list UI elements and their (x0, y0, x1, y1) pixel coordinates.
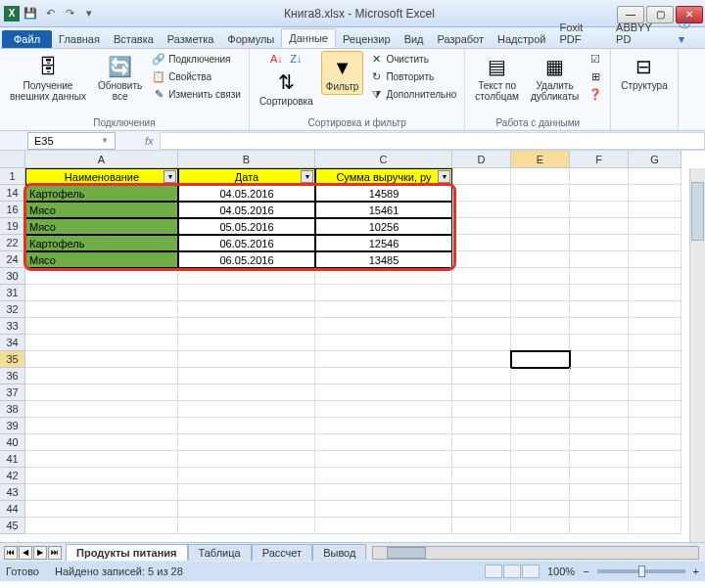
tab-formulas[interactable]: Формулы (220, 30, 281, 48)
sheet-tab-3[interactable]: Вывод (312, 544, 366, 561)
column-header-D[interactable]: D (452, 151, 511, 168)
help-icon[interactable]: ⓘ ▾ (671, 14, 705, 48)
cell[interactable] (178, 451, 315, 468)
zoom-in-button[interactable]: + (693, 565, 699, 577)
row-header[interactable]: 37 (0, 384, 25, 401)
cell[interactable] (511, 301, 570, 318)
row-header[interactable]: 1 (0, 168, 25, 185)
cell[interactable] (315, 285, 452, 301)
cell[interactable] (452, 318, 511, 335)
cell[interactable] (25, 285, 178, 301)
remove-duplicates-button[interactable]: ▦ Удалить дубликаты (527, 51, 583, 104)
cell[interactable] (315, 384, 452, 401)
qat-more-icon[interactable]: ▾ (80, 5, 98, 23)
row-header[interactable]: 34 (0, 335, 25, 351)
refresh-all-button[interactable]: 🔄 Обновить все (94, 51, 146, 104)
cell[interactable] (452, 168, 511, 185)
cell[interactable] (315, 268, 452, 285)
cell[interactable] (629, 434, 682, 451)
cell[interactable]: Картофель (25, 185, 178, 202)
row-header[interactable]: 16 (0, 202, 25, 218)
cell[interactable] (511, 518, 570, 534)
cell[interactable] (570, 468, 629, 484)
cell[interactable] (178, 401, 315, 418)
fx-icon[interactable]: fx (145, 135, 154, 147)
tab-review[interactable]: Рецензир (336, 30, 398, 48)
cell[interactable] (570, 368, 629, 384)
cell[interactable] (315, 368, 452, 384)
cell[interactable] (452, 351, 511, 368)
cell[interactable] (25, 518, 178, 534)
edit-links-button[interactable]: ✎Изменить связи (150, 86, 243, 102)
name-box[interactable]: E35▼ (27, 132, 116, 150)
cell[interactable]: Наименование▾ (25, 168, 178, 185)
cell[interactable]: 12546 (315, 235, 452, 251)
cell[interactable]: Мясо (25, 202, 178, 218)
cell[interactable] (570, 285, 629, 301)
cell[interactable] (452, 235, 511, 251)
cell[interactable] (629, 368, 682, 384)
cell[interactable] (570, 235, 629, 251)
cell[interactable] (452, 185, 511, 202)
save-icon[interactable]: 💾 (22, 5, 39, 23)
cell[interactable] (315, 518, 452, 534)
vertical-scrollbar[interactable] (689, 168, 705, 542)
cell[interactable] (629, 218, 682, 235)
spreadsheet-grid[interactable]: ABCDEFG 1Наименование▾Дата▾Сумма выручки… (0, 151, 705, 542)
cell[interactable] (570, 185, 629, 202)
row-header[interactable]: 45 (0, 518, 25, 534)
cell[interactable] (315, 468, 452, 484)
cell[interactable] (570, 384, 629, 401)
cell[interactable] (511, 285, 570, 301)
cell[interactable] (629, 235, 682, 251)
cell[interactable] (511, 335, 570, 351)
cell[interactable] (511, 251, 570, 268)
cell[interactable] (511, 368, 570, 384)
column-header-E[interactable]: E (511, 151, 570, 168)
column-header-G[interactable]: G (629, 151, 682, 168)
tab-developer[interactable]: Разработ (431, 30, 491, 48)
cell[interactable] (452, 384, 511, 401)
cell[interactable]: 10256 (315, 218, 452, 235)
cell[interactable]: 06.05.2016 (178, 235, 315, 251)
sort-za-button[interactable]: Z↓ (287, 51, 305, 67)
cell[interactable] (629, 251, 682, 268)
formula-input[interactable] (160, 132, 705, 150)
cell[interactable] (452, 434, 511, 451)
cell[interactable] (178, 285, 315, 301)
cell[interactable] (511, 351, 570, 368)
row-header[interactable]: 32 (0, 301, 25, 318)
cell[interactable] (452, 368, 511, 384)
cell[interactable] (570, 301, 629, 318)
sheet-nav-last-icon[interactable]: ⏭ (48, 546, 62, 560)
cell[interactable] (511, 202, 570, 218)
cell[interactable] (25, 268, 178, 285)
cell[interactable]: Сумма выручки, ру▾ (315, 168, 452, 185)
cell[interactable] (25, 368, 178, 384)
cell[interactable] (511, 235, 570, 251)
cell[interactable] (511, 218, 570, 235)
redo-icon[interactable]: ↷ (61, 5, 78, 23)
cell[interactable] (629, 501, 682, 518)
tab-home[interactable]: Главная (52, 30, 107, 48)
cell[interactable]: Мясо (25, 251, 178, 268)
cell[interactable] (629, 301, 682, 318)
cell[interactable] (315, 451, 452, 468)
row-header[interactable]: 38 (0, 401, 25, 418)
cell[interactable] (629, 268, 682, 285)
cell[interactable] (570, 434, 629, 451)
row-header[interactable]: 22 (0, 235, 25, 251)
cell[interactable] (25, 484, 178, 501)
row-header[interactable]: 14 (0, 185, 25, 202)
view-layout-button[interactable] (503, 565, 521, 578)
cell[interactable] (629, 518, 682, 534)
cell[interactable] (25, 434, 178, 451)
filter-button[interactable]: ▼ Фильтр (321, 51, 364, 95)
cell[interactable] (511, 451, 570, 468)
row-header[interactable]: 30 (0, 268, 25, 285)
select-all-corner[interactable] (0, 151, 25, 168)
zoom-thumb[interactable] (638, 565, 645, 577)
cell[interactable] (629, 484, 682, 501)
cell[interactable] (511, 168, 570, 185)
cell[interactable] (570, 484, 629, 501)
